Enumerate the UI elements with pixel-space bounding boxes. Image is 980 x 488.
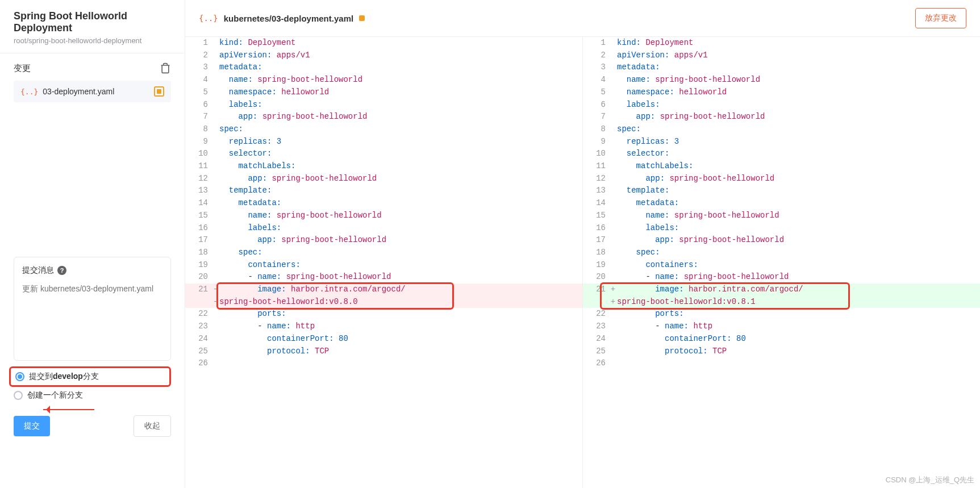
radio-unselected-icon <box>14 391 23 400</box>
diff-sign <box>211 197 219 210</box>
code-line[interactable]: 14 metadata: <box>583 197 980 210</box>
code-line[interactable]: 15 name: spring-boot-helloworld <box>583 210 980 222</box>
code-line[interactable]: 19 containers: <box>583 259 980 272</box>
code-line[interactable]: 4 name: spring-boot-helloworld <box>583 74 980 86</box>
line-number: 2 <box>185 49 211 62</box>
code-line[interactable]: 24 containerPort: 80 <box>583 333 980 345</box>
code-line[interactable]: 22 ports: <box>583 308 980 320</box>
submit-button[interactable]: 提交 <box>14 416 50 436</box>
code-content: metadata: <box>617 61 980 74</box>
changes-section: 变更 {..} 03-deployment.yaml <box>0 53 185 108</box>
annotation-arrow <box>43 409 94 410</box>
diff-sign <box>211 173 219 185</box>
code-line[interactable]: 11 matchLabels: <box>185 160 582 173</box>
changed-file-item[interactable]: {..} 03-deployment.yaml <box>14 81 171 102</box>
code-line[interactable]: 19 containers: <box>185 259 582 272</box>
code-line[interactable]: 3metadata: <box>583 61 980 74</box>
code-line[interactable]: 1kind: Deployment <box>185 37 582 49</box>
diff-pane-left[interactable]: 1kind: Deployment2apiVersion: apps/v13me… <box>185 37 583 488</box>
code-line[interactable]: 25 protocol: TCP <box>185 345 582 358</box>
code-line[interactable]: 1kind: Deployment <box>583 37 980 49</box>
code-line[interactable]: 5 namespace: helloworld <box>185 86 582 99</box>
collapse-button[interactable]: 收起 <box>134 415 171 437</box>
line-number: 12 <box>583 173 609 185</box>
code-content <box>617 357 980 370</box>
code-line[interactable]: 23 - name: http <box>185 320 582 333</box>
code-line[interactable]: 20 - name: spring-boot-helloworld <box>583 271 980 283</box>
line-number: 2 <box>583 49 609 62</box>
code-line[interactable]: 11 matchLabels: <box>583 160 980 173</box>
code-line[interactable]: 20 - name: spring-boot-helloworld <box>185 271 582 283</box>
changes-label: 变更 <box>14 63 31 74</box>
code-line[interactable]: 10 selector: <box>583 148 980 160</box>
code-line[interactable]: 16 labels: <box>185 222 582 235</box>
code-content: matchLabels: <box>219 160 582 173</box>
code-line[interactable]: 23 - name: http <box>583 320 980 333</box>
diff-sign <box>211 123 219 136</box>
code-line[interactable]: 15 name: spring-boot-helloworld <box>185 210 582 222</box>
code-line[interactable]: 4 name: spring-boot-helloworld <box>185 74 582 86</box>
commit-message-label: 提交消息 <box>22 265 54 276</box>
code-content: kind: Deployment <box>219 37 582 49</box>
project-header: Spring Boot Helloworld Deployment root/s… <box>0 0 185 53</box>
project-title: Spring Boot Helloworld Deployment <box>14 10 171 34</box>
diff-sign: - <box>211 283 219 296</box>
code-line[interactable]: +spring-boot-helloworld:v0.8.1 <box>583 296 980 308</box>
code-line[interactable]: 24 containerPort: 80 <box>185 333 582 345</box>
code-line[interactable]: 17 app: spring-boot-helloworld <box>185 234 582 247</box>
code-line[interactable]: 13 template: <box>185 185 582 197</box>
code-line[interactable]: 12 app: spring-boot-helloworld <box>185 173 582 185</box>
code-line[interactable]: 7 app: spring-boot-helloworld <box>583 111 980 123</box>
line-number: 11 <box>185 160 211 173</box>
code-line[interactable]: 21- image: harbor.intra.com/argocd/ <box>185 283 582 296</box>
code-content: replicas: 3 <box>617 136 980 148</box>
code-line[interactable]: 7 app: spring-boot-helloworld <box>185 111 582 123</box>
code-content: spec: <box>617 123 980 136</box>
code-line[interactable]: 25 protocol: TCP <box>583 345 980 358</box>
code-line[interactable]: 12 app: spring-boot-helloworld <box>583 173 980 185</box>
code-line[interactable]: 26 <box>583 357 980 370</box>
line-number: 24 <box>583 333 609 345</box>
modified-badge-icon <box>154 86 164 97</box>
code-line[interactable]: -spring-boot-helloworld:v0.8.0 <box>185 296 582 308</box>
code-content: app: spring-boot-helloworld <box>219 111 582 123</box>
code-line[interactable]: 18 spec: <box>185 247 582 259</box>
discard-changes-button[interactable]: 放弃更改 <box>915 8 966 28</box>
code-line[interactable]: 9 replicas: 3 <box>185 136 582 148</box>
changed-file-name: 03-deployment.yaml <box>43 87 149 96</box>
diff-sign <box>609 222 617 235</box>
help-icon[interactable]: ? <box>57 266 66 275</box>
code-line[interactable]: 16 labels: <box>583 222 980 235</box>
commit-message-input[interactable] <box>22 282 162 351</box>
code-line[interactable]: 8spec: <box>583 123 980 136</box>
diff-pane-right[interactable]: 1kind: Deployment2apiVersion: apps/v13me… <box>583 37 980 488</box>
line-number: 4 <box>583 74 609 86</box>
code-line[interactable]: 3metadata: <box>185 61 582 74</box>
diff-sign <box>211 148 219 160</box>
create-new-branch-radio[interactable]: 创建一个新分支 <box>14 387 171 404</box>
line-number: 18 <box>185 247 211 259</box>
code-line[interactable]: 26 <box>185 357 582 370</box>
discard-all-button[interactable] <box>160 62 171 74</box>
code-line[interactable]: 6 labels: <box>185 99 582 111</box>
code-line[interactable]: 17 app: spring-boot-helloworld <box>583 234 980 247</box>
code-line[interactable]: 8spec: <box>185 123 582 136</box>
code-line[interactable]: 18 spec: <box>583 247 980 259</box>
code-content: protocol: TCP <box>219 345 582 358</box>
commit-to-branch-radio[interactable]: 提交到develop分支 <box>9 366 171 387</box>
code-line[interactable]: 2apiVersion: apps/v1 <box>583 49 980 62</box>
line-number: 13 <box>583 185 609 197</box>
code-line[interactable]: 10 selector: <box>185 148 582 160</box>
code-line[interactable]: 22 ports: <box>185 308 582 320</box>
code-line[interactable]: 2apiVersion: apps/v1 <box>185 49 582 62</box>
code-content: name: spring-boot-helloworld <box>617 210 980 222</box>
diff-sign <box>609 61 617 74</box>
diff-sign <box>211 345 219 358</box>
code-line[interactable]: 14 metadata: <box>185 197 582 210</box>
code-line[interactable]: 21+ image: harbor.intra.com/argocd/ <box>583 283 980 296</box>
code-line[interactable]: 9 replicas: 3 <box>583 136 980 148</box>
code-line[interactable]: 13 template: <box>583 185 980 197</box>
commit-message-panel: 提交消息 ? <box>14 257 171 361</box>
code-line[interactable]: 6 labels: <box>583 99 980 111</box>
code-line[interactable]: 5 namespace: helloworld <box>583 86 980 99</box>
